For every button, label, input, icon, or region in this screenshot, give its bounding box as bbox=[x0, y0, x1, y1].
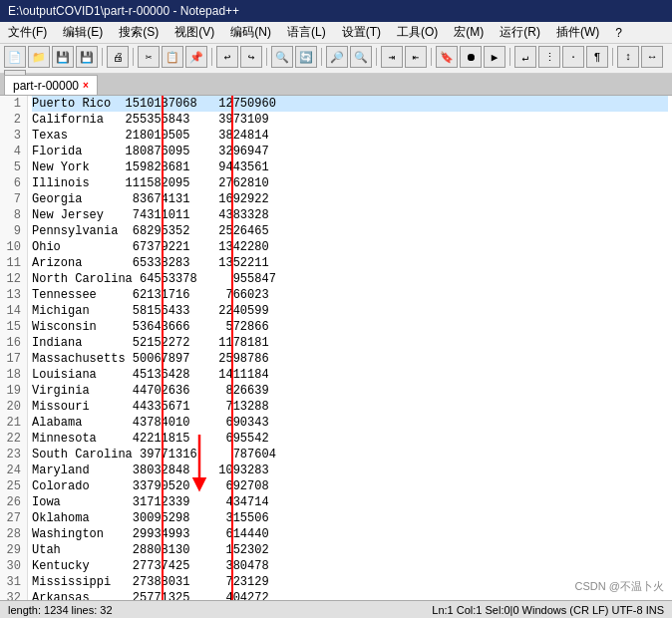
tb-sep2 bbox=[133, 48, 134, 66]
line-number: 9 bbox=[4, 223, 21, 239]
tb-sync-h[interactable]: ↔ bbox=[641, 46, 663, 68]
line-number: 8 bbox=[4, 207, 21, 223]
tb-indent[interactable]: ⇥ bbox=[381, 46, 403, 68]
line-number: 23 bbox=[4, 447, 21, 463]
line-text: Ohio 67379221 1342280 bbox=[32, 239, 668, 255]
line-text: New Jersey 74311011 4383328 bbox=[32, 207, 668, 223]
line-text: Indiana 52152272 1178181 bbox=[32, 335, 668, 351]
line-number: 24 bbox=[4, 463, 21, 478]
tb-find[interactable]: 🔍 bbox=[271, 46, 293, 68]
line-text: Colorado 33790520 692708 bbox=[32, 478, 668, 494]
line-number: 17 bbox=[4, 351, 21, 367]
line-number: 28 bbox=[4, 526, 21, 542]
watermark: CSDN @不温卜火 bbox=[575, 579, 664, 594]
line-number: 22 bbox=[4, 431, 21, 447]
line-text: Arkansas 25771325 404272 bbox=[32, 590, 668, 600]
status-left: length: 1234 lines: 32 bbox=[8, 604, 113, 616]
menu-run[interactable]: 运行(R) bbox=[496, 23, 544, 42]
tb-paste[interactable]: 📌 bbox=[185, 46, 207, 68]
line-text: Utah 28808130 152302 bbox=[32, 542, 668, 558]
tb-copy[interactable]: 📋 bbox=[162, 46, 183, 68]
line-number: 18 bbox=[4, 367, 21, 383]
line-numbers: 1234567891011121314151617181920212223242… bbox=[0, 96, 28, 600]
menu-encoding[interactable]: 编码(N) bbox=[226, 23, 275, 42]
line-number: 20 bbox=[4, 399, 21, 415]
menu-settings[interactable]: 设置(T) bbox=[338, 23, 385, 42]
line-text: Missouri 44335671 713288 bbox=[32, 399, 668, 415]
menu-help[interactable]: ? bbox=[611, 25, 626, 41]
tb-sep4 bbox=[266, 48, 267, 66]
tb-run[interactable]: ▶ bbox=[484, 46, 505, 68]
tb-zoom-out[interactable]: 🔍 bbox=[350, 46, 372, 68]
line-number: 16 bbox=[4, 335, 21, 351]
tab-file[interactable]: part-r-00000 × bbox=[4, 75, 98, 95]
tb-outdent[interactable]: ⇤ bbox=[405, 46, 427, 68]
line-number: 19 bbox=[4, 383, 21, 399]
menu-view[interactable]: 视图(V) bbox=[170, 23, 218, 42]
line-number: 21 bbox=[4, 415, 21, 431]
line-text: Massachusetts 50067897 2598786 bbox=[32, 351, 668, 367]
line-content[interactable]: Puerto Rico 1510137068 12750960Californi… bbox=[28, 96, 672, 600]
line-number: 2 bbox=[4, 112, 21, 128]
line-text: California 255355843 3973109 bbox=[32, 112, 668, 128]
tb-new[interactable]: 📄 bbox=[4, 46, 26, 68]
tb-sep5 bbox=[321, 48, 322, 66]
editor-area[interactable]: 1234567891011121314151617181920212223242… bbox=[0, 96, 672, 600]
tb-save[interactable]: 💾 bbox=[52, 46, 74, 68]
line-text: Michigan 58156433 2240599 bbox=[32, 303, 668, 319]
menu-file[interactable]: 文件(F) bbox=[4, 23, 51, 42]
line-number: 30 bbox=[4, 558, 21, 574]
title-bar: E:\outputCOVID1\part-r-00000 - Notepad++ bbox=[0, 0, 672, 22]
line-text: Puerto Rico 1510137068 12750960 bbox=[32, 96, 668, 112]
tb-redo[interactable]: ↪ bbox=[240, 46, 262, 68]
line-text: Illinois 111582095 2762810 bbox=[32, 175, 668, 191]
tb-whitespace[interactable]: · bbox=[562, 46, 584, 68]
tb-saveall[interactable]: 💾 bbox=[76, 46, 98, 68]
tab-close-button[interactable]: × bbox=[83, 80, 89, 91]
tb-macro[interactable]: ⏺ bbox=[460, 46, 482, 68]
tb-eol[interactable]: ¶ bbox=[586, 46, 608, 68]
line-number: 31 bbox=[4, 574, 21, 590]
line-number: 12 bbox=[4, 271, 21, 287]
line-number: 26 bbox=[4, 494, 21, 510]
tb-indent-guides[interactable]: ⋮ bbox=[538, 46, 560, 68]
line-text: Kentucky 27737425 380478 bbox=[32, 558, 668, 574]
tb-sep6 bbox=[376, 48, 377, 66]
line-text: Minnesota 42211815 695542 bbox=[32, 431, 668, 447]
menu-search[interactable]: 搜索(S) bbox=[115, 23, 163, 42]
tb-wordwrap[interactable]: ↵ bbox=[514, 46, 536, 68]
tb-print[interactable]: 🖨 bbox=[107, 46, 129, 68]
line-number: 6 bbox=[4, 175, 21, 191]
line-text: Wisconsin 53643666 572866 bbox=[32, 319, 668, 335]
line-text: Alabama 43784010 690343 bbox=[32, 415, 668, 431]
menu-plugins[interactable]: 插件(W) bbox=[552, 23, 603, 42]
line-text: Virginia 44702636 826639 bbox=[32, 383, 668, 399]
tb-open[interactable]: 📁 bbox=[28, 46, 50, 68]
line-text: Pennsylvania 68295352 2526465 bbox=[32, 223, 668, 239]
tab-bar: part-r-00000 × bbox=[0, 74, 672, 96]
menu-language[interactable]: 语言(L) bbox=[283, 23, 330, 42]
tb-cut[interactable]: ✂ bbox=[138, 46, 160, 68]
tb-zoom-in[interactable]: 🔎 bbox=[326, 46, 348, 68]
line-text: Iowa 31712339 434714 bbox=[32, 494, 668, 510]
line-number: 15 bbox=[4, 319, 21, 335]
menu-tools[interactable]: 工具(O) bbox=[393, 23, 442, 42]
tb-bookmark[interactable]: 🔖 bbox=[436, 46, 458, 68]
line-number: 1 bbox=[4, 96, 21, 112]
tb-replace[interactable]: 🔄 bbox=[295, 46, 317, 68]
line-text: North Carolina 64553378 955847 bbox=[32, 271, 668, 287]
line-number: 3 bbox=[4, 128, 21, 144]
menu-macro[interactable]: 宏(M) bbox=[450, 23, 488, 42]
line-number: 7 bbox=[4, 191, 21, 207]
tb-sep3 bbox=[211, 48, 212, 66]
line-number: 25 bbox=[4, 478, 21, 494]
menu-edit[interactable]: 编辑(E) bbox=[59, 23, 107, 42]
tb-undo[interactable]: ↩ bbox=[216, 46, 238, 68]
tb-sep8 bbox=[509, 48, 510, 66]
tb-sep1 bbox=[102, 48, 103, 66]
tb-sync-v[interactable]: ↕ bbox=[617, 46, 639, 68]
line-number: 32 bbox=[4, 590, 21, 600]
line-text: Florida 180876095 3296947 bbox=[32, 144, 668, 159]
line-text: New York 159828681 9443561 bbox=[32, 159, 668, 175]
line-text: Washington 29934993 614440 bbox=[32, 526, 668, 542]
